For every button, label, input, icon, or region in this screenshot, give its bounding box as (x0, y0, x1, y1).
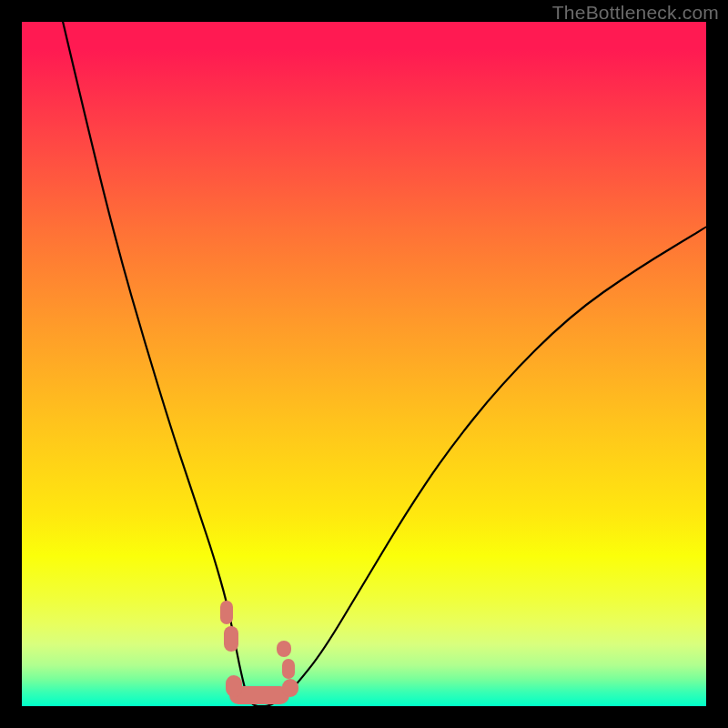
watermark-text: TheBottleneck.com (552, 2, 719, 24)
curve-marker-left-upper (220, 601, 233, 624)
curve-valley-right-foot (282, 679, 298, 697)
chart-plot-area (22, 22, 706, 706)
curve-valley-left-foot (226, 675, 242, 697)
curve-marker-right-lower (282, 659, 295, 679)
curve-path (63, 22, 706, 706)
curve-marker-left-lower (224, 626, 238, 652)
bottleneck-curve (22, 22, 706, 706)
curve-marker-right-upper (277, 641, 291, 657)
